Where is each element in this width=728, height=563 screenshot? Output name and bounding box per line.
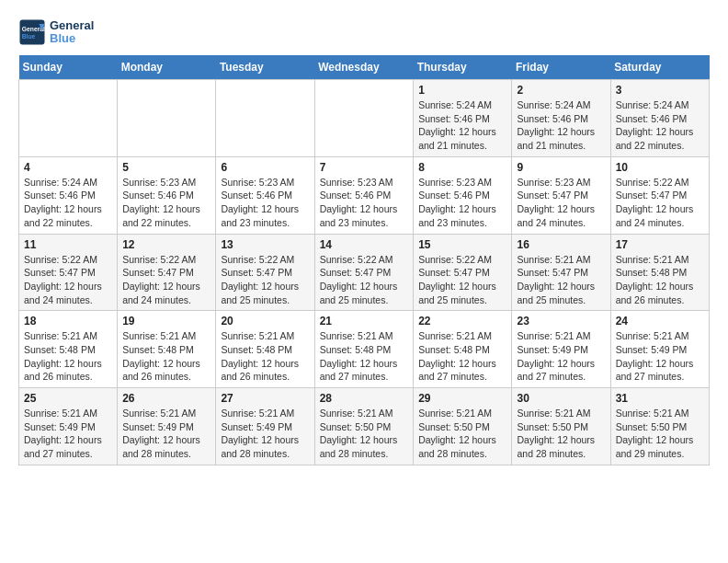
calendar-header: SundayMondayTuesdayWednesdayThursdayFrid… <box>19 55 710 80</box>
day-info: Sunrise: 5:21 AM Sunset: 5:48 PM Dayligh… <box>616 253 704 307</box>
calendar-cell: 7Sunrise: 5:23 AM Sunset: 5:46 PM Daylig… <box>314 156 414 234</box>
day-info: Sunrise: 5:21 AM Sunset: 5:49 PM Dayligh… <box>221 407 309 461</box>
day-number: 7 <box>320 161 409 174</box>
calendar-cell <box>118 80 216 157</box>
calendar-cell: 15Sunrise: 5:22 AM Sunset: 5:47 PM Dayli… <box>414 234 512 311</box>
day-info: Sunrise: 5:22 AM Sunset: 5:47 PM Dayligh… <box>221 253 309 307</box>
calendar-cell: 30Sunrise: 5:21 AM Sunset: 5:50 PM Dayli… <box>512 388 610 465</box>
calendar-cell: 23Sunrise: 5:21 AM Sunset: 5:49 PM Dayli… <box>512 311 610 388</box>
day-number: 17 <box>616 238 704 251</box>
day-info: Sunrise: 5:21 AM Sunset: 5:47 PM Dayligh… <box>517 253 605 307</box>
calendar-cell: 20Sunrise: 5:21 AM Sunset: 5:48 PM Dayli… <box>216 311 314 388</box>
calendar-week-row: 4Sunrise: 5:24 AM Sunset: 5:46 PM Daylig… <box>19 156 710 234</box>
day-number: 28 <box>320 392 409 405</box>
day-number: 18 <box>24 315 112 327</box>
day-info: Sunrise: 5:22 AM Sunset: 5:47 PM Dayligh… <box>320 253 409 307</box>
day-number: 31 <box>616 392 704 405</box>
calendar-week-row: 25Sunrise: 5:21 AM Sunset: 5:49 PM Dayli… <box>19 388 710 465</box>
day-info: Sunrise: 5:23 AM Sunset: 5:47 PM Dayligh… <box>517 176 605 230</box>
day-number: 27 <box>221 392 309 405</box>
day-info: Sunrise: 5:21 AM Sunset: 5:49 PM Dayligh… <box>24 407 112 461</box>
day-number: 10 <box>616 161 704 174</box>
day-info: Sunrise: 5:22 AM Sunset: 5:47 PM Dayligh… <box>616 176 704 230</box>
day-info: Sunrise: 5:24 AM Sunset: 5:46 PM Dayligh… <box>418 98 506 153</box>
calendar-cell: 8Sunrise: 5:23 AM Sunset: 5:46 PM Daylig… <box>414 156 512 234</box>
day-info: Sunrise: 5:21 AM Sunset: 5:48 PM Dayligh… <box>221 329 309 384</box>
calendar-cell: 16Sunrise: 5:21 AM Sunset: 5:47 PM Dayli… <box>512 234 610 311</box>
logo-blue: Blue <box>50 32 94 45</box>
day-info: Sunrise: 5:21 AM Sunset: 5:50 PM Dayligh… <box>418 407 506 461</box>
logo-icon: General Blue <box>18 18 46 46</box>
day-number: 15 <box>418 238 506 251</box>
day-number: 14 <box>320 238 409 251</box>
day-number: 13 <box>221 238 309 251</box>
day-info: Sunrise: 5:21 AM Sunset: 5:50 PM Dayligh… <box>616 407 704 461</box>
svg-text:Blue: Blue <box>22 33 36 40</box>
day-number: 24 <box>616 315 704 327</box>
day-of-week-header: Friday <box>512 55 610 80</box>
day-info: Sunrise: 5:22 AM Sunset: 5:47 PM Dayligh… <box>24 253 112 307</box>
calendar-cell: 2Sunrise: 5:24 AM Sunset: 5:46 PM Daylig… <box>512 80 610 157</box>
day-of-week-header: Sunday <box>19 55 118 80</box>
calendar-week-row: 1Sunrise: 5:24 AM Sunset: 5:46 PM Daylig… <box>19 80 710 157</box>
day-info: Sunrise: 5:22 AM Sunset: 5:47 PM Dayligh… <box>122 253 210 307</box>
logo-general: General <box>50 19 94 32</box>
calendar-cell: 5Sunrise: 5:23 AM Sunset: 5:46 PM Daylig… <box>118 156 216 234</box>
calendar-cell: 27Sunrise: 5:21 AM Sunset: 5:49 PM Dayli… <box>216 388 314 465</box>
svg-rect-0 <box>20 20 45 45</box>
day-info: Sunrise: 5:23 AM Sunset: 5:46 PM Dayligh… <box>122 176 210 230</box>
day-number: 4 <box>24 161 112 174</box>
calendar-cell: 12Sunrise: 5:22 AM Sunset: 5:47 PM Dayli… <box>118 234 216 311</box>
day-info: Sunrise: 5:21 AM Sunset: 5:48 PM Dayligh… <box>24 329 112 384</box>
day-number: 6 <box>221 161 309 174</box>
day-of-week-header: Monday <box>118 55 216 80</box>
calendar-cell: 21Sunrise: 5:21 AM Sunset: 5:48 PM Dayli… <box>314 311 414 388</box>
day-info: Sunrise: 5:21 AM Sunset: 5:48 PM Dayligh… <box>418 329 506 384</box>
day-of-week-header: Thursday <box>414 55 512 80</box>
day-info: Sunrise: 5:24 AM Sunset: 5:46 PM Dayligh… <box>517 98 605 153</box>
day-info: Sunrise: 5:21 AM Sunset: 5:49 PM Dayligh… <box>517 329 605 384</box>
day-number: 11 <box>24 238 112 251</box>
day-number: 2 <box>517 84 605 97</box>
calendar-cell: 10Sunrise: 5:22 AM Sunset: 5:47 PM Dayli… <box>610 156 709 234</box>
day-number: 8 <box>418 161 506 174</box>
day-of-week-header: Saturday <box>610 55 709 80</box>
day-info: Sunrise: 5:21 AM Sunset: 5:50 PM Dayligh… <box>320 407 409 461</box>
day-info: Sunrise: 5:22 AM Sunset: 5:47 PM Dayligh… <box>418 253 506 307</box>
day-info: Sunrise: 5:23 AM Sunset: 5:46 PM Dayligh… <box>418 176 506 230</box>
calendar-cell: 11Sunrise: 5:22 AM Sunset: 5:47 PM Dayli… <box>19 234 118 311</box>
calendar-cell: 24Sunrise: 5:21 AM Sunset: 5:49 PM Dayli… <box>610 311 709 388</box>
day-number: 22 <box>418 315 506 327</box>
calendar-cell <box>216 80 314 157</box>
calendar-cell: 3Sunrise: 5:24 AM Sunset: 5:46 PM Daylig… <box>610 80 709 157</box>
day-number: 16 <box>517 238 605 251</box>
day-number: 20 <box>221 315 309 327</box>
calendar-cell <box>314 80 414 157</box>
day-number: 25 <box>24 392 112 405</box>
calendar-cell: 26Sunrise: 5:21 AM Sunset: 5:49 PM Dayli… <box>118 388 216 465</box>
day-number: 23 <box>517 315 605 327</box>
day-number: 12 <box>122 238 210 251</box>
calendar-cell: 25Sunrise: 5:21 AM Sunset: 5:49 PM Dayli… <box>19 388 118 465</box>
day-number: 30 <box>517 392 605 405</box>
calendar-cell: 1Sunrise: 5:24 AM Sunset: 5:46 PM Daylig… <box>414 80 512 157</box>
day-number: 19 <box>122 315 210 327</box>
day-info: Sunrise: 5:21 AM Sunset: 5:50 PM Dayligh… <box>517 407 605 461</box>
calendar-week-row: 11Sunrise: 5:22 AM Sunset: 5:47 PM Dayli… <box>19 234 710 311</box>
day-number: 5 <box>122 161 210 174</box>
day-of-week-header: Tuesday <box>216 55 314 80</box>
page-header: General Blue General Blue <box>18 18 710 46</box>
calendar-cell: 28Sunrise: 5:21 AM Sunset: 5:50 PM Dayli… <box>314 388 414 465</box>
day-info: Sunrise: 5:23 AM Sunset: 5:46 PM Dayligh… <box>320 176 409 230</box>
day-info: Sunrise: 5:24 AM Sunset: 5:46 PM Dayligh… <box>24 176 112 230</box>
day-info: Sunrise: 5:21 AM Sunset: 5:48 PM Dayligh… <box>320 329 409 384</box>
day-info: Sunrise: 5:21 AM Sunset: 5:49 PM Dayligh… <box>616 329 704 384</box>
calendar-cell: 19Sunrise: 5:21 AM Sunset: 5:48 PM Dayli… <box>118 311 216 388</box>
calendar-cell: 29Sunrise: 5:21 AM Sunset: 5:50 PM Dayli… <box>414 388 512 465</box>
calendar-cell: 14Sunrise: 5:22 AM Sunset: 5:47 PM Dayli… <box>314 234 414 311</box>
day-info: Sunrise: 5:21 AM Sunset: 5:48 PM Dayligh… <box>122 329 210 384</box>
logo: General Blue General Blue <box>18 18 94 46</box>
day-of-week-header: Wednesday <box>314 55 414 80</box>
day-number: 26 <box>122 392 210 405</box>
calendar-cell: 17Sunrise: 5:21 AM Sunset: 5:48 PM Dayli… <box>610 234 709 311</box>
